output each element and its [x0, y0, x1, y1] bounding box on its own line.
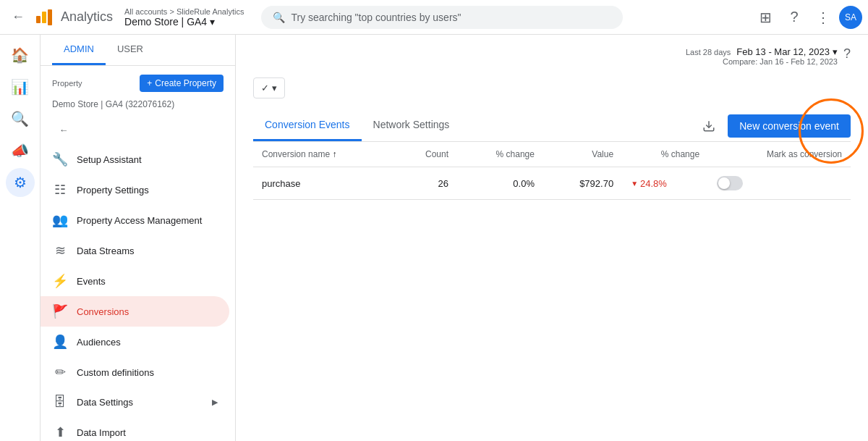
sidebar-item-explore[interactable]: 🔍 — [6, 104, 35, 133]
value-change-negative: ▼ 24.8% — [631, 178, 699, 189]
value-change-value: 24.8% — [640, 178, 667, 189]
new-conversion-button[interactable]: New conversion event — [728, 114, 851, 138]
check-icon: ✓ — [261, 83, 269, 93]
audiences-icon: 👤 — [52, 334, 68, 350]
tab-user[interactable]: USER — [106, 35, 155, 65]
sidebar-item-property-access[interactable]: 👥 Property Access Management — [41, 205, 229, 235]
search-bar[interactable]: 🔍 Try searching "top countries by users" — [261, 6, 623, 29]
toggle-thumb — [718, 177, 730, 189]
search-placeholder: Try searching "top countries by users" — [291, 12, 461, 23]
conversions-label: Conversions — [77, 306, 129, 317]
cell-name: purchase — [253, 167, 395, 200]
sidebar-item-setup-assistant[interactable]: 🔧 Setup Assistant — [41, 144, 229, 175]
sidebar-item-custom-definitions[interactable]: ✏ Custom definitions — [41, 357, 229, 387]
cell-toggle — [708, 167, 851, 200]
panel-back-button[interactable]: ← — [52, 118, 75, 141]
logo-bar-3 — [48, 9, 52, 25]
conversions-icon: 🚩 — [52, 303, 68, 319]
tab-actions: New conversion event — [696, 113, 851, 139]
data-import-label: Data Import — [77, 427, 126, 438]
more-menu-button[interactable]: ⋮ — [810, 4, 836, 30]
audiences-label: Audiences — [77, 337, 121, 348]
data-settings-icon: 🗄 — [52, 395, 68, 410]
sidebar-item-property-settings[interactable]: ☷ Property Settings — [41, 175, 229, 205]
help-icon[interactable]: ? — [843, 46, 851, 62]
sidebar-item-advertising[interactable]: 📣 — [6, 136, 35, 165]
sidebar-item-reports[interactable]: 📊 — [6, 72, 35, 101]
logo — [36, 9, 52, 25]
down-arrow-icon: ▼ — [631, 180, 638, 188]
tab-admin[interactable]: ADMIN — [52, 35, 106, 65]
cell-count-change: 0.0% — [457, 167, 543, 200]
date-range[interactable]: Last 28 days Feb 13 - Mar 12, 2023 ▾ Com… — [686, 46, 838, 66]
date-compare: Compare: Jan 16 - Feb 12, 2023 — [723, 57, 838, 66]
admin-content: Property + Create Property Demo Store | … — [41, 66, 235, 441]
sidebar-item-data-settings[interactable]: 🗄 Data Settings ▶ — [41, 387, 229, 417]
back-icon[interactable]: ← — [6, 4, 30, 30]
data-import-icon: ⬆ — [52, 424, 68, 440]
property-settings-icon: ☷ — [52, 182, 68, 198]
sidebar-item-audiences[interactable]: 👤 Audiences — [41, 327, 229, 357]
conversions-table: Conversion name Count % change Value % c… — [253, 142, 851, 200]
streams-label: Data Streams — [77, 245, 134, 256]
events-icon: ⚡ — [52, 273, 68, 289]
account-label: Demo Store | GA4 (322076162) — [41, 98, 235, 115]
col-header-name[interactable]: Conversion name — [253, 142, 395, 167]
help-icon-button[interactable]: ? — [781, 4, 807, 30]
cell-count: 26 — [395, 167, 457, 200]
conversion-toggle[interactable] — [717, 176, 743, 190]
custom-def-icon: ✏ — [52, 364, 68, 380]
admin-user-tabs: ADMIN USER — [41, 35, 235, 66]
top-navigation: ← Analytics All accounts > SlideRule Ana… — [0, 0, 868, 35]
content-header: Last 28 days Feb 13 - Mar 12, 2023 ▾ Com… — [236, 35, 868, 72]
access-icon: 👥 — [52, 212, 68, 228]
tab-network-settings[interactable]: Network Settings — [362, 110, 461, 141]
breadcrumb-main[interactable]: Demo Store | GA4 ▾ — [124, 16, 244, 28]
sidebar-item-events[interactable]: ⚡ Events — [41, 266, 229, 296]
tab-conversion-events[interactable]: Conversion Events — [253, 110, 362, 141]
logo-bar-2 — [42, 12, 46, 23]
grid-icon-button[interactable]: ⊞ — [752, 4, 778, 30]
admin-panel: ADMIN USER Property + Create Property De… — [41, 35, 236, 441]
nav-icon-group: ⊞ ? ⋮ SA — [752, 4, 862, 30]
main-layout: 🏠 📊 🔍 📣 ⚙ ADMIN USER Property + Create P… — [0, 35, 868, 441]
logo-bar-1 — [36, 16, 41, 23]
create-property-label: Create Property — [155, 78, 216, 88]
access-label: Property Access Management — [77, 215, 202, 226]
custom-def-label: Custom definitions — [77, 367, 154, 378]
content-area: Last 28 days Feb 13 - Mar 12, 2023 ▾ Com… — [236, 35, 868, 441]
col-header-count: Count — [395, 142, 457, 167]
breadcrumb-top: All accounts > SlideRule Analytics — [124, 7, 244, 16]
setup-icon: 🔧 — [52, 151, 68, 167]
date-range-value[interactable]: Feb 13 - Mar 12, 2023 ▾ — [736, 46, 838, 57]
col-header-mark: Mark as conversion — [708, 142, 851, 167]
download-button[interactable] — [696, 113, 722, 139]
icon-sidebar: 🏠 📊 🔍 📣 ⚙ — [0, 35, 41, 441]
sidebar-item-settings[interactable]: ⚙ — [6, 168, 35, 197]
app-title: Analytics — [61, 9, 113, 25]
sidebar-item-home[interactable]: 🏠 — [6, 41, 35, 70]
setup-label: Setup Assistant — [77, 154, 142, 165]
sidebar-item-data-streams[interactable]: ≋ Data Streams — [41, 235, 229, 266]
sidebar-item-data-import[interactable]: ⬆ Data Import — [41, 417, 229, 441]
content-tabs: Conversion Events Network Settings New c… — [253, 110, 851, 142]
status-filter-button[interactable]: ✓ ▾ — [253, 77, 285, 98]
col-header-value: Value — [543, 142, 622, 167]
events-label: Events — [77, 276, 106, 287]
expand-icon: ▶ — [212, 398, 218, 407]
status-filter: ✓ ▾ — [253, 77, 851, 98]
col-header-value-change: % change — [622, 142, 708, 167]
status-filter-label: ▾ — [272, 83, 277, 93]
breadcrumb[interactable]: All accounts > SlideRule Analytics Demo … — [124, 7, 244, 28]
cell-value: $792.70 — [543, 167, 622, 200]
col-header-count-change: % change — [457, 142, 543, 167]
property-settings-label: Property Settings — [77, 185, 149, 196]
create-property-button[interactable]: + Create Property — [140, 75, 224, 92]
content-body: ✓ ▾ Conversion Events Network Settings N… — [236, 72, 868, 206]
plus-icon: + — [147, 78, 152, 88]
avatar[interactable]: SA — [839, 6, 862, 29]
sidebar-item-conversions[interactable]: 🚩 Conversions — [41, 296, 229, 327]
data-settings-label: Data Settings — [77, 397, 133, 408]
property-header: Property + Create Property — [52, 75, 224, 92]
streams-icon: ≋ — [52, 243, 68, 259]
